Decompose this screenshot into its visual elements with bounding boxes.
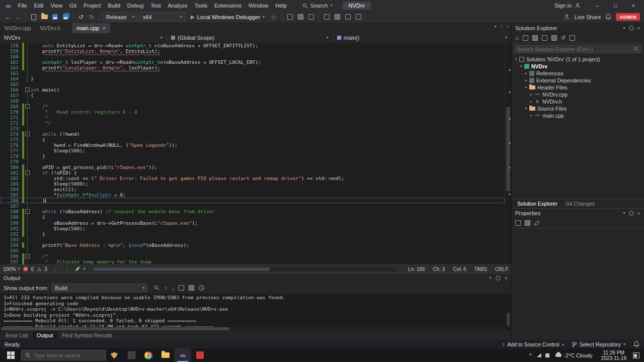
tab-nvdrv-h[interactable]: NVDrv.h bbox=[35, 23, 65, 33]
line-number[interactable]: 190 bbox=[0, 220, 22, 226]
scrollbar-thumb[interactable] bbox=[2, 327, 229, 330]
scrollbar-thumb[interactable] bbox=[507, 313, 510, 326]
line-number[interactable]: 182 bbox=[0, 175, 22, 181]
line-number[interactable]: 176 bbox=[0, 142, 22, 148]
code-line-193[interactable]: 193 bbox=[0, 237, 505, 242]
expander-icon[interactable]: ▸ bbox=[528, 100, 534, 104]
collapse-icon[interactable]: - bbox=[24, 87, 31, 93]
collapse-box-icon[interactable]: - bbox=[25, 132, 30, 136]
line-number[interactable]: 166 bbox=[0, 87, 22, 93]
code-line-176[interactable]: 176 hwnd = FindWindowA(NULL, ("Apex Lege… bbox=[0, 142, 505, 148]
comment-icon[interactable] bbox=[343, 13, 352, 22]
tree-item-references[interactable]: ▸References bbox=[512, 70, 644, 77]
code-line-159[interactable]: 159 printf("EntityList: 0x%p\n", EntityL… bbox=[0, 48, 505, 54]
close-panel-icon[interactable]: × bbox=[505, 275, 508, 281]
code-line-171[interactable]: 171 * bbox=[0, 115, 505, 120]
code-line-186[interactable]: 186 } bbox=[0, 198, 505, 203]
collapse-box-icon[interactable]: - bbox=[25, 104, 30, 109]
errors-icon[interactable]: × bbox=[23, 266, 28, 272]
bookmark-icon[interactable] bbox=[333, 13, 342, 22]
collapse-box-icon[interactable]: - bbox=[25, 254, 30, 258]
code-line-160[interactable]: 160 bbox=[0, 54, 505, 59]
collapse-icon[interactable]: - bbox=[24, 209, 31, 214]
code-line-168[interactable]: 168 bbox=[0, 98, 505, 104]
line-number[interactable]: 188 bbox=[0, 209, 22, 214]
pin-icon[interactable] bbox=[495, 275, 501, 281]
menu-project[interactable]: Project bbox=[80, 1, 104, 10]
line-number[interactable]: 173 bbox=[0, 126, 22, 131]
solution-platform-dropdown[interactable]: x64 ▾ bbox=[139, 12, 186, 22]
code-editor[interactable]: 158 auto EntityList = drv->Read< uintptr… bbox=[0, 43, 511, 264]
new-file-icon[interactable] bbox=[29, 13, 38, 22]
code-line-167[interactable]: 167{ bbox=[0, 93, 505, 98]
expander-icon[interactable]: ▸ bbox=[528, 93, 534, 97]
close-document-icon[interactable]: × bbox=[507, 25, 509, 29]
line-number[interactable]: 192 bbox=[0, 231, 22, 237]
line-number[interactable]: 164 bbox=[0, 76, 22, 81]
collapse-all-icon[interactable] bbox=[542, 35, 547, 41]
line-number[interactable]: 183 bbox=[0, 181, 22, 187]
start-button[interactable] bbox=[0, 348, 21, 362]
line-number[interactable]: 159 bbox=[0, 48, 22, 54]
alphabetical-icon[interactable] bbox=[525, 220, 530, 226]
quick-search[interactable]: Search ▾ bbox=[299, 2, 336, 10]
switch-views-icon[interactable] bbox=[523, 35, 528, 41]
line-number[interactable]: 186 bbox=[0, 198, 22, 203]
volume-icon[interactable] bbox=[545, 353, 549, 357]
line-number[interactable]: 175 bbox=[0, 137, 22, 142]
output-text-area[interactable]: 1>All 233 functions were compiled becaus… bbox=[1, 294, 511, 331]
chevron-down-icon[interactable]: ▾ bbox=[623, 211, 625, 215]
tree-item-nvdrv[interactable]: ▾NVDrv bbox=[512, 63, 644, 70]
sync-with-active-document-icon[interactable]: ↺ bbox=[561, 35, 566, 41]
output-source-dropdown[interactable]: Build ▾ bbox=[52, 284, 147, 292]
menu-tools[interactable]: Tools bbox=[191, 1, 211, 10]
line-number[interactable]: 179 bbox=[0, 159, 22, 164]
code-line-195[interactable]: 195 bbox=[0, 248, 505, 253]
save-all-icon[interactable] bbox=[61, 13, 70, 22]
pin-icon[interactable] bbox=[628, 210, 634, 216]
line-number[interactable]: 178 bbox=[0, 153, 22, 159]
save-icon[interactable] bbox=[50, 13, 59, 22]
warnings-icon[interactable]: ⚠ bbox=[37, 266, 41, 272]
expander-icon[interactable]: ▸ bbox=[523, 78, 529, 82]
live-share-icon[interactable] bbox=[564, 14, 570, 20]
code-line-178[interactable]: 178 } bbox=[0, 153, 505, 159]
previous-message-icon[interactable]: ↑ bbox=[164, 285, 167, 291]
line-number[interactable]: 165 bbox=[0, 81, 22, 87]
live-share-label[interactable]: Live Share bbox=[575, 14, 601, 20]
tab-main-cpp[interactable]: main.cpp× bbox=[72, 23, 110, 33]
taskbar-app-red[interactable] bbox=[191, 348, 208, 362]
code-line-174[interactable]: 174- while (!hwnd) bbox=[0, 131, 505, 137]
autoscroll-icon[interactable] bbox=[199, 285, 204, 291]
minimize-button[interactable]: – bbox=[589, 2, 606, 10]
line-number[interactable]: 170 bbox=[0, 109, 22, 115]
chevron-down-icon[interactable]: ▾ bbox=[490, 276, 492, 280]
expander-icon[interactable]: ▾ bbox=[523, 85, 529, 89]
word-wrap-icon[interactable] bbox=[189, 285, 194, 291]
collapse-box-icon[interactable]: - bbox=[25, 87, 30, 92]
code-line-192[interactable]: 192 } bbox=[0, 231, 505, 237]
editor-horizontal-scrollbar[interactable] bbox=[93, 267, 396, 272]
code-line-170[interactable]: 170 * Read control registers 0 - 4 bbox=[0, 109, 505, 115]
panel-tab-output[interactable]: Output bbox=[33, 331, 57, 339]
output-vertical-scrollbar[interactable] bbox=[506, 294, 511, 327]
taskbar-app-chrome[interactable] bbox=[140, 348, 157, 362]
code-line-187[interactable]: 187 bbox=[0, 203, 505, 209]
pencil-icon[interactable] bbox=[74, 266, 80, 272]
properties-shortcut-icon[interactable] bbox=[570, 35, 575, 41]
code-line-183[interactable]: 183 Sleep(5000); bbox=[0, 181, 505, 187]
line-number[interactable]: 196 bbox=[0, 253, 22, 259]
menu-edit[interactable]: Edit bbox=[30, 1, 47, 10]
code-line-177[interactable]: 177 Sleep(500); bbox=[0, 148, 505, 153]
code-line-180[interactable]: 180 oPID = get_process_pid((L"r5apex.exe… bbox=[0, 164, 505, 170]
code-line-190[interactable]: 190 oBaseAddress = drv->GetProcessBase(L… bbox=[0, 220, 505, 226]
collapse-icon[interactable]: - bbox=[24, 253, 31, 259]
code-line-181[interactable]: 181- if (!oPID) { bbox=[0, 170, 505, 175]
close-panel-icon[interactable]: × bbox=[637, 25, 640, 31]
menu-help[interactable]: Help bbox=[272, 1, 290, 10]
panel-tab-find-symbol-results[interactable]: Find Symbol Results bbox=[58, 331, 117, 339]
clear-all-icon[interactable] bbox=[179, 285, 184, 291]
notifications-bell-icon[interactable] bbox=[633, 341, 639, 347]
line-number[interactable]: 189 bbox=[0, 214, 22, 220]
menu-analyze[interactable]: Analyze bbox=[164, 1, 191, 10]
